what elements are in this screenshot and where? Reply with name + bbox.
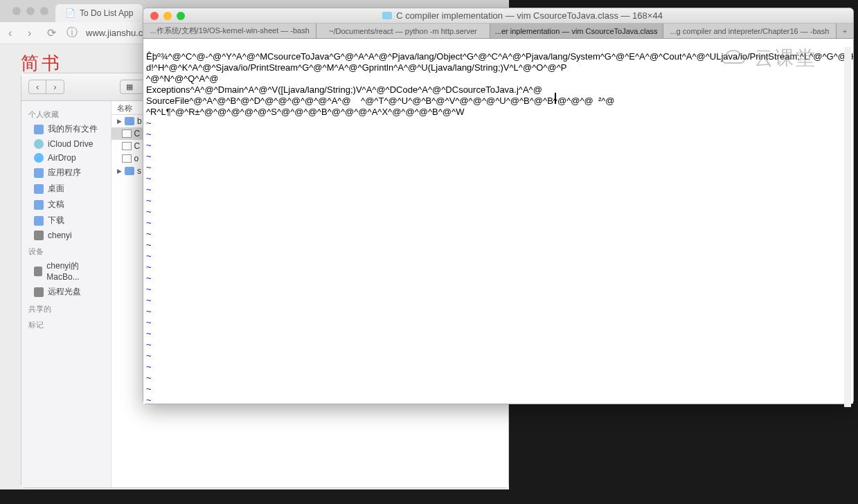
sidebar-item-documents[interactable]: 文稿 (21, 197, 111, 213)
terminal-tab[interactable]: ~/Documents/react — python -m http.serve… (316, 24, 490, 38)
new-tab-button[interactable]: + (837, 24, 853, 38)
scrollbar[interactable] (844, 47, 851, 407)
minimize-icon[interactable] (163, 12, 172, 20)
text-cursor (555, 93, 556, 104)
terminal-tabs: ...作系统/文档/19/OS-kernel-win-sheet — -bash… (143, 24, 853, 39)
browser-tab[interactable]: 📄 To Do List App (55, 4, 143, 22)
window-controls[interactable] (6, 7, 55, 15)
terminal-tab-active[interactable]: ...er inplementation — vim CsourceToJava… (490, 24, 663, 38)
terminal-tab[interactable]: ...作系统/文档/19/OS-kernel-win-sheet — -bash (143, 24, 316, 38)
sidebar-item-remotedisc[interactable]: 远程光盘 (21, 284, 111, 300)
reload-button[interactable]: ⟳ (47, 26, 60, 39)
sidebar-heading: 共享的 (21, 300, 111, 316)
sidebar-item-device[interactable]: chenyi的MacBo... (21, 258, 111, 284)
watermark: 云课堂 (720, 45, 816, 71)
forward-button[interactable]: › (28, 27, 40, 39)
terminal-titlebar: C compiler implementation — vim CsourceT… (143, 8, 853, 24)
nav-arrows[interactable]: ‹› (28, 80, 64, 94)
sidebar-item-icloud[interactable]: iCloud Drive (21, 137, 111, 151)
cloud-icon (720, 48, 747, 69)
page-icon: 📄 (65, 8, 75, 18)
sidebar-heading: 设备 (21, 242, 111, 258)
back-button[interactable]: ‹ (8, 27, 21, 39)
window-controls[interactable] (143, 12, 192, 20)
sidebar-heading: 个人收藏 (21, 105, 111, 121)
zoom-icon[interactable] (177, 12, 185, 20)
info-icon[interactable]: ⓘ (66, 26, 79, 40)
terminal-content[interactable]: Êþº¾^@^C^@-^@^Y^A^@^MCsourceToJava^G^@^A… (143, 39, 853, 404)
sidebar-item-allfiles[interactable]: 我的所有文件 (21, 121, 111, 137)
tab-label: To Do List App (80, 8, 133, 18)
finder-sidebar: 个人收藏 我的所有文件 iCloud Drive AirDrop 应用程序 桌面… (21, 101, 111, 487)
terminal-tab[interactable]: ...g compiler and intepreter/Chapter16 —… (663, 24, 837, 38)
window-title: C compiler implementation — vim CsourceT… (192, 10, 853, 21)
folder-icon (382, 12, 392, 19)
sidebar-item-apps[interactable]: 应用程序 (21, 165, 111, 181)
close-icon[interactable] (150, 12, 159, 20)
sidebar-item-airdrop[interactable]: AirDrop (21, 151, 111, 165)
jianshu-logo: 简书 (21, 51, 62, 75)
sidebar-item-desktop[interactable]: 桌面 (21, 181, 111, 197)
sidebar-item-downloads[interactable]: 下载 (21, 213, 111, 228)
sidebar-heading: 标记 (21, 316, 111, 332)
sidebar-item-home[interactable]: chenyi (21, 228, 111, 242)
